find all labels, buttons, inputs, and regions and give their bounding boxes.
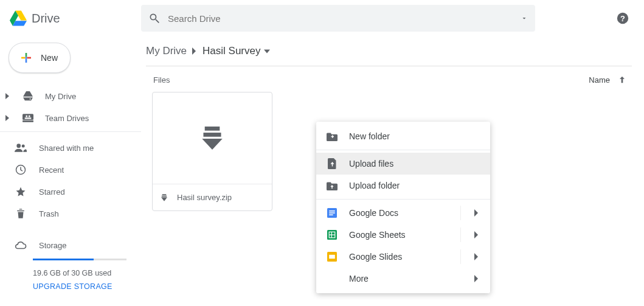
sidebar-item-team-drives[interactable]: Team Drives	[0, 107, 141, 129]
expand-icon[interactable]	[5, 115, 11, 121]
divider	[0, 131, 141, 132]
menu-google-sheets[interactable]: Google Sheets	[316, 224, 490, 246]
sidebar-item-storage[interactable]: Storage	[0, 234, 141, 256]
svg-rect-20	[329, 212, 335, 214]
sidebar-item-starred[interactable]: Starred	[0, 181, 141, 203]
file-card[interactable]: Hasil survey.zip	[152, 92, 272, 211]
svg-rect-21	[329, 214, 333, 215]
submenu-divider	[460, 228, 461, 242]
context-menu: New folder Upload files Upload folder Go…	[316, 122, 490, 293]
svg-rect-27	[329, 255, 335, 259]
svg-point-9	[16, 144, 21, 148]
svg-point-10	[22, 145, 25, 148]
svg-rect-12	[205, 127, 220, 131]
caret-down-icon	[264, 49, 270, 54]
sidebar-item-trash[interactable]: Trash	[0, 203, 141, 224]
search-icon	[148, 12, 161, 24]
svg-rect-15	[162, 195, 167, 196]
app-logo[interactable]: Drive	[10, 10, 141, 26]
chevron-right-icon	[474, 231, 479, 238]
breadcrumb: My Drive Hasil Survey	[146, 41, 632, 66]
sidebar-item-label: Trash	[39, 209, 59, 218]
storage-text: 19.6 GB of 30 GB used	[33, 269, 126, 277]
team-drives-icon	[22, 114, 34, 122]
search-input[interactable]	[168, 13, 521, 24]
menu-item-label: Google Slides	[349, 252, 402, 262]
menu-google-slides[interactable]: Google Slides	[316, 246, 490, 268]
new-folder-icon	[326, 132, 338, 141]
new-button-label: New	[41, 53, 58, 63]
file-thumbnail	[153, 92, 272, 184]
sidebar-item-label: My Drive	[45, 92, 76, 101]
breadcrumb-root[interactable]: My Drive	[146, 45, 187, 57]
svg-rect-5	[23, 120, 33, 122]
breadcrumb-current[interactable]: Hasil Survey	[203, 45, 270, 57]
menu-item-label: Upload files	[349, 159, 393, 169]
chevron-right-icon	[474, 253, 479, 260]
trash-icon	[15, 208, 27, 219]
upgrade-storage-link[interactable]: UPGRADE STORAGE	[33, 282, 126, 291]
svg-rect-17	[332, 135, 333, 138]
section-label: Files	[153, 75, 170, 85]
menu-item-label: Google Sheets	[349, 230, 406, 240]
svg-point-6	[26, 116, 27, 117]
svg-rect-14	[162, 194, 167, 195]
svg-point-7	[29, 116, 30, 117]
menu-more[interactable]: More	[316, 268, 490, 290]
expand-icon[interactable]	[5, 93, 11, 99]
menu-google-docs[interactable]: Google Docs	[316, 202, 490, 224]
svg-point-3	[30, 99, 31, 100]
star-icon	[15, 186, 27, 197]
svg-rect-13	[203, 133, 221, 137]
drive-icon	[10, 10, 27, 26]
menu-item-label: Upload folder	[349, 181, 400, 190]
file-name: Hasil survey.zip	[177, 193, 232, 202]
chevron-right-icon	[192, 47, 198, 55]
svg-rect-19	[329, 210, 335, 212]
sidebar-item-label: Starred	[39, 187, 65, 196]
search-bar[interactable]	[141, 5, 535, 32]
cloud-icon	[15, 241, 27, 250]
sort-field[interactable]: Name	[589, 75, 610, 85]
clock-icon	[15, 164, 27, 175]
people-icon	[15, 144, 27, 152]
svg-rect-8	[25, 117, 32, 119]
my-drive-icon	[22, 91, 34, 101]
svg-text:?: ?	[620, 14, 625, 23]
app-title: Drive	[32, 12, 60, 26]
sidebar-item-shared[interactable]: Shared with me	[0, 137, 141, 159]
sidebar-item-recent[interactable]: Recent	[0, 159, 141, 181]
sidebar-item-my-drive[interactable]: My Drive	[0, 85, 141, 107]
menu-separator	[316, 199, 490, 200]
upload-file-icon	[326, 158, 338, 169]
menu-separator	[316, 150, 490, 150]
breadcrumb-current-label: Hasil Survey	[203, 45, 260, 57]
docs-icon	[326, 208, 338, 218]
menu-upload-files[interactable]: Upload files	[316, 153, 490, 175]
zip-small-icon	[161, 194, 167, 201]
sidebar-item-label: Team Drives	[45, 114, 89, 123]
sheets-icon	[326, 230, 338, 240]
zip-icon	[202, 127, 223, 150]
sidebar-item-label: Storage	[39, 241, 67, 250]
slides-icon	[326, 252, 338, 262]
menu-upload-folder[interactable]: Upload folder	[316, 175, 490, 196]
sort-direction-button[interactable]	[617, 75, 627, 85]
plus-icon	[19, 50, 33, 65]
menu-new-folder[interactable]: New folder	[316, 125, 490, 147]
new-button[interactable]: New	[9, 43, 71, 73]
svg-rect-4	[23, 114, 33, 120]
menu-item-label: More	[349, 274, 369, 283]
help-icon[interactable]: ?	[616, 12, 629, 25]
search-options-dropdown[interactable]	[521, 15, 528, 22]
sidebar-item-label: Shared with me	[39, 144, 94, 153]
submenu-divider	[460, 249, 461, 264]
svg-rect-2	[26, 57, 27, 59]
storage-progress	[33, 259, 126, 260]
chevron-right-icon	[474, 275, 479, 282]
sidebar-item-label: Recent	[39, 165, 64, 175]
submenu-divider	[460, 206, 461, 220]
menu-item-label: Google Docs	[349, 208, 398, 218]
menu-item-label: New folder	[349, 131, 390, 141]
upload-folder-icon	[326, 181, 338, 190]
